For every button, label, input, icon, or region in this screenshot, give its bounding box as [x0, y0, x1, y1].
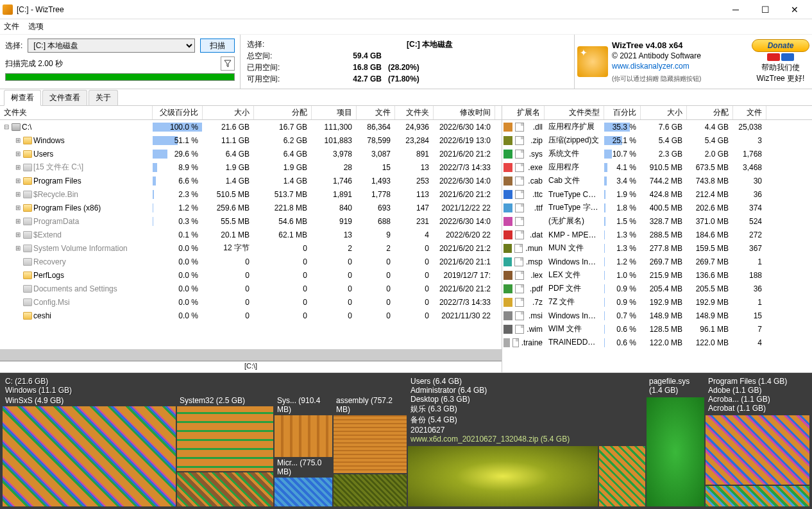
ext-name: .lex — [527, 271, 543, 280]
ext-row[interactable]: .zip压缩(zipped)文25.1 %5.4 GB5.4 GB3 — [502, 134, 812, 147]
expander-icon[interactable]: ⊟ — [3, 123, 10, 130]
view-tabs: 树查看 文件查看 关于 — [0, 89, 812, 106]
tm-users: Users (6.4 GB) — [410, 377, 643, 386]
folder-icon — [23, 298, 32, 306]
ext-row[interactable]: .pdfPDF 文件0.9 %205.4 MB205.5 MB36 — [502, 282, 812, 295]
file-icon — [515, 217, 524, 226]
drive-select[interactable]: [C:] 本地磁盘 — [28, 39, 195, 53]
app-version: WizTree v4.08 x64 — [612, 40, 748, 51]
tree-body[interactable]: ⊟C:\100.0 %21.6 GB16.7 GB111,30086,36424… — [0, 120, 502, 349]
ext-name: .7z — [527, 298, 543, 307]
tree-row[interactable]: ceshi0.0 %000002021/11/30 22 — [0, 309, 502, 322]
tree-row[interactable]: ⊞ProgramData0.3 %55.5 MB54.6 MB919688231… — [0, 214, 502, 228]
tree-row[interactable]: ⊟C:\100.0 %21.6 GB16.7 GB111,30086,36424… — [0, 120, 502, 134]
ext-row[interactable]: .cabCab 文件3.4 %744.2 MB743.8 MB30 — [502, 174, 812, 187]
ext-color — [503, 338, 510, 347]
expander-icon[interactable]: ⊞ — [14, 164, 22, 171]
ext-color — [503, 136, 512, 145]
ext-row[interactable]: .traineTRAINEDDATA 文0.6 %122.0 MB122.0 M… — [502, 336, 812, 349]
tree-row[interactable]: PerfLogs0.0 %000002019/12/7 17: — [0, 268, 502, 282]
ext-body[interactable]: .dll应用程序扩展35.3 %7.6 GB4.4 GB25,038.zip压缩… — [502, 120, 812, 372]
tm-zipfile: www.x6d.com_20210627_132048.zip (5.4 GB) — [410, 435, 643, 444]
folder-icon — [23, 258, 32, 266]
close-button[interactable]: ✕ — [780, 0, 809, 19]
ext-col-4[interactable]: 分配 — [687, 106, 733, 119]
menu-options[interactable]: 选项 — [28, 21, 44, 32]
disk-select-value: [C:] 本地磁盘 — [292, 39, 568, 50]
ext-name: .msi — [527, 311, 543, 320]
folder-icon — [23, 218, 32, 225]
ext-row[interactable]: .sys系统文件10.7 %2.3 GB2.0 GB1,768 — [502, 147, 812, 160]
ext-row[interactable]: .wimWIM 文件0.6 %128.5 MB96.1 MB7 — [502, 322, 812, 336]
tree-col-5[interactable]: 文件 — [357, 106, 395, 119]
treemap[interactable]: C: (21.6 GB) Windows (11.1 GB) WinSxS (4… — [0, 373, 812, 509]
file-icon — [515, 163, 524, 172]
tm-system32: System32 (2.5 GB) — [177, 396, 273, 405]
minimize-button[interactable]: ─ — [721, 0, 750, 19]
tree-row[interactable]: ⊞Windows51.1 %11.1 GB6.2 GB101,88378,599… — [0, 134, 502, 147]
tree-row[interactable]: ⊞$Recycle.Bin2.3 %510.5 MB513.7 MB1,8911… — [0, 187, 502, 201]
ext-col-2[interactable]: 百分比 — [604, 106, 641, 119]
tab-tree[interactable]: 树查看 — [4, 90, 41, 106]
tab-about[interactable]: 关于 — [89, 90, 118, 105]
menu-file[interactable]: 文件 — [4, 21, 19, 32]
expander-icon[interactable]: ⊞ — [14, 218, 22, 225]
expander-icon[interactable]: ⊞ — [14, 204, 22, 211]
tm-adobe: Adobe (1.1 GB) — [708, 386, 807, 395]
maximize-button[interactable]: ☐ — [750, 0, 780, 19]
ext-row[interactable]: .lexLEX 文件1.0 %215.9 MB136.6 MB188 — [502, 268, 812, 282]
tree-col-1[interactable]: 父级百分比 — [153, 106, 203, 119]
ext-row[interactable]: .dll应用程序扩展35.3 %7.6 GB4.4 GB25,038 — [502, 120, 812, 134]
expander-icon[interactable]: ⊞ — [14, 137, 22, 144]
expander-icon[interactable]: ⊞ — [14, 177, 22, 184]
tree-col-7[interactable]: 修改时间 — [434, 106, 495, 119]
ext-col-1[interactable]: 文件类型 — [545, 106, 604, 119]
tree-row[interactable]: ⊞Program Files (x86)1.2 %259.6 MB221.8 M… — [0, 201, 502, 214]
ext-row[interactable]: .exe应用程序4.1 %910.5 MB673.5 MB3,468 — [502, 160, 812, 174]
ext-row[interactable]: (无扩展名)1.5 %328.7 MB371.0 MB524 — [502, 214, 812, 228]
tree-row[interactable]: ⊞$Extend0.1 %20.1 MB62.1 MB13942022/6/20… — [0, 228, 502, 241]
ext-col-3[interactable]: 大小 — [641, 106, 687, 119]
ext-row[interactable]: .datKMP - MPEG Mc1.3 %288.5 MB184.6 MB27… — [502, 228, 812, 241]
tree-row[interactable]: ⊞Program Files6.6 %1.4 GB1.4 GB1,7461,49… — [0, 174, 502, 187]
ext-color — [503, 311, 512, 320]
tree-col-0[interactable]: 文件夹 — [0, 106, 153, 119]
app-url[interactable]: www.diskanalyzer.com — [612, 62, 748, 72]
expander-icon[interactable]: ⊞ — [14, 150, 22, 157]
tree-row[interactable]: ⊞System Volume Information0.0 %12 字节0220… — [0, 241, 502, 255]
expander-icon[interactable]: ⊞ — [14, 191, 22, 198]
tm-assembly: assembly (757.2 MB) — [334, 396, 407, 414]
expander-icon[interactable]: ⊞ — [14, 245, 22, 252]
filter-button[interactable] — [221, 56, 235, 71]
ext-color — [503, 163, 512, 172]
ext-row[interactable]: .ttfTrueType 字体文1.8 %400.5 MB202.6 MB374 — [502, 201, 812, 214]
donate-button[interactable]: Donate — [752, 39, 809, 52]
ext-row[interactable]: .ttcTrueType Collect1.9 %424.8 MB212.4 M… — [502, 187, 812, 201]
ext-row[interactable]: .7z7Z 文件0.9 %192.9 MB192.9 MB1 — [502, 295, 812, 309]
file-icon — [514, 244, 523, 253]
tree-row[interactable]: Config.Msi0.0 %000002022/7/3 14:33 — [0, 295, 502, 309]
ext-color — [503, 257, 512, 266]
tree-col-2[interactable]: 大小 — [203, 106, 254, 119]
tree-row[interactable]: Recovery0.0 %000002021/6/20 21:1 — [0, 255, 502, 268]
tree-col-6[interactable]: 文件夹 — [395, 106, 434, 119]
scan-button[interactable]: 扫描 — [200, 39, 235, 53]
payment-icons — [752, 53, 809, 61]
tree-row[interactable]: ⊞[15 文件在 C:\]8.9 %1.9 GB1.9 GB2815132022… — [0, 160, 502, 174]
window-title: [C:] - WizTree — [17, 5, 721, 14]
ext-col-5[interactable]: 文件 — [733, 106, 766, 119]
tree-col-3[interactable]: 分配 — [254, 106, 312, 119]
tm-pagefile: pagefile.sys (1.4 GB) — [647, 375, 704, 396]
expander-icon[interactable]: ⊞ — [14, 231, 22, 238]
tree-hscroll[interactable] — [0, 349, 502, 361]
tree-row[interactable]: Documents and Settings0.0 %000002021/6/2… — [0, 282, 502, 295]
progress-bar — [5, 73, 235, 81]
ext-row[interactable]: .msiWindows Install0.7 %148.9 MB148.9 MB… — [502, 309, 812, 322]
ext-col-0[interactable]: 扩展名 — [502, 106, 545, 119]
tree-row[interactable]: ⊞Users29.6 %6.4 GB6.4 GB3,9783,087891202… — [0, 147, 502, 160]
ext-row[interactable]: .mspWindows Install1.2 %269.7 MB269.7 MB… — [502, 255, 812, 268]
tab-file[interactable]: 文件查看 — [42, 90, 87, 105]
ext-name: .traine — [521, 338, 543, 347]
tree-col-4[interactable]: 项目 — [312, 106, 357, 119]
ext-row[interactable]: .munMUN 文件1.3 %277.8 MB159.5 MB367 — [502, 241, 812, 255]
